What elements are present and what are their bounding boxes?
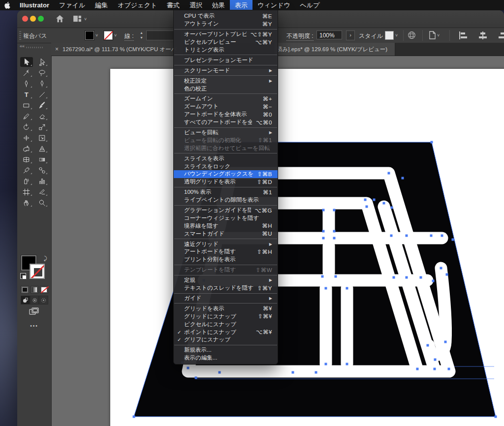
document-setup-icon[interactable]	[429, 31, 436, 39]
rotate-tool-icon[interactable]	[20, 122, 33, 132]
menu-item-8[interactable]: 校正設定▶	[174, 77, 278, 85]
menu-item-2[interactable]: アウトライン⌘Y	[174, 20, 278, 28]
menubar-item-edit[interactable]: 編集	[90, 0, 113, 10]
menubar-item-window[interactable]: ウィンドウ	[252, 0, 295, 10]
perspective-grid-tool-icon[interactable]	[35, 144, 48, 153]
scale-tool-icon[interactable]	[35, 122, 48, 132]
menu-item-5[interactable]: トリミング表示	[174, 46, 278, 54]
align-right-icon[interactable]	[498, 31, 504, 39]
swap-fill-stroke-icon[interactable]: ⤸	[44, 255, 47, 262]
menu-item-6[interactable]: プレゼンテーションモード	[174, 56, 278, 64]
collapse-panel-icon[interactable]: ««	[20, 44, 25, 49]
menu-item-35[interactable]: グリッドにスナップ⇧⌘¥	[174, 312, 278, 320]
direct-selection-tool-icon[interactable]	[35, 57, 48, 67]
gradient-tool-icon[interactable]	[35, 154, 48, 164]
zoom-tool-icon[interactable]	[35, 198, 48, 208]
column-graph-tool-icon[interactable]	[35, 176, 48, 186]
default-fill-stroke-icon[interactable]	[20, 273, 26, 279]
menu-item-17[interactable]: スライスを表示	[174, 154, 278, 162]
menu-item-24[interactable]: コーナーウィジェットを隠す	[174, 214, 278, 222]
free-transform-tool-icon[interactable]	[35, 133, 48, 143]
artboard-tool-icon[interactable]	[20, 187, 33, 197]
chevron-down-icon[interactable]: ˅	[114, 33, 117, 38]
menu-item-4[interactable]: ピクセルプレビュー⌥⌘Y	[174, 38, 278, 46]
color-button[interactable]	[21, 286, 29, 294]
menubar-item-select[interactable]: 選択	[185, 0, 207, 10]
rectangle-tool-icon[interactable]	[20, 100, 33, 110]
menu-item-18[interactable]: スライスをロック	[174, 162, 278, 170]
menu-item-33[interactable]: ガイド▶	[174, 295, 278, 303]
draw-normal-button[interactable]	[21, 296, 30, 304]
menu-item-20[interactable]: 透明グリッドを表示⇧⌘D	[174, 178, 278, 186]
menu-item-19[interactable]: バウンディングボックスを表示⇧⌘B	[174, 170, 278, 178]
none-button[interactable]	[40, 286, 48, 294]
menu-item-13[interactable]: すべてのアートボードを全体表示⌥⌘0	[174, 119, 278, 126]
close-window-button[interactable]	[22, 16, 28, 22]
blend-tool-icon[interactable]	[35, 165, 48, 175]
menubar-item-view[interactable]: 表示	[230, 0, 252, 10]
menu-item-21[interactable]: 100% 表示⌘1	[174, 188, 278, 196]
line-segment-tool-icon[interactable]	[35, 90, 48, 99]
chevron-down-icon[interactable]: ˅	[437, 33, 440, 38]
chevron-down-icon[interactable]: ˅	[95, 33, 98, 38]
align-center-icon[interactable]	[478, 31, 488, 39]
publish-online-icon[interactable]	[408, 31, 416, 39]
pen-tool-icon[interactable]	[20, 79, 33, 89]
close-tab-icon[interactable]: ×	[55, 46, 59, 53]
menu-item-23[interactable]: グラデーションガイドを隠す⌥⌘G	[174, 207, 278, 214]
menu-item-7[interactable]: スクリーンモード▶	[174, 66, 278, 74]
stroke-weight-stepper[interactable]: ▲▼	[140, 31, 144, 40]
menubar-item-effect[interactable]: 効果	[207, 0, 230, 10]
menu-item-34[interactable]: グリッドを表示⌘¥	[174, 304, 278, 312]
document-tab-inactive[interactable]: 済み].eps* @ 129.69 % (CMYK/プレビュー)	[275, 43, 395, 56]
stroke-proxy-swatch[interactable]	[30, 264, 45, 279]
menu-item-32[interactable]: テキストのスレッドを隠す⇧⌘Y	[174, 284, 278, 292]
draw-behind-button[interactable]	[30, 296, 39, 304]
menubar-item-object[interactable]: オブジェクト	[113, 0, 162, 10]
edit-toolbar-icon[interactable]: •••	[17, 323, 51, 329]
paintbrush-tool-icon[interactable]	[35, 100, 48, 110]
arrange-documents-icon[interactable]	[73, 15, 82, 22]
lasso-tool-icon[interactable]	[35, 68, 48, 78]
eyedropper-tool-icon[interactable]	[20, 165, 33, 175]
curvature-tool-icon[interactable]	[35, 79, 48, 89]
home-icon[interactable]	[56, 15, 64, 23]
stroke-weight-label[interactable]: 線 :	[125, 32, 134, 41]
menu-item-40[interactable]: 表示の編集...	[174, 354, 278, 362]
menubar-item-type[interactable]: 書式	[162, 0, 185, 10]
symbol-sprayer-tool-icon[interactable]	[20, 176, 33, 186]
fill-color-swatch[interactable]	[85, 30, 94, 40]
menu-item-12[interactable]: アートボードを全体表示⌘0	[174, 111, 278, 119]
opacity-expand-button[interactable]: ›	[346, 30, 355, 40]
menu-item-22[interactable]: ライブペイントの隙間を表示	[174, 196, 278, 204]
opacity-input[interactable]: 100%	[316, 30, 342, 39]
gradient-button[interactable]	[31, 286, 39, 294]
stroke-color-swatch[interactable]	[103, 30, 113, 40]
menu-item-29[interactable]: プリント分割を表示	[174, 256, 278, 264]
zoom-window-button[interactable]	[38, 16, 44, 22]
menu-item-10[interactable]: ズームイン⌘+	[174, 95, 278, 103]
style-swatch[interactable]	[385, 31, 394, 40]
menu-item-25[interactable]: 境界線を隠す⌘H	[174, 222, 278, 230]
menu-item-31[interactable]: 定規▶	[174, 276, 278, 284]
menu-item-11[interactable]: ズームアウト⌘−	[174, 103, 278, 111]
panel-grip-icon[interactable]	[19, 31, 21, 40]
menu-item-39[interactable]: 新規表示...	[174, 346, 278, 354]
shape-builder-tool-icon[interactable]	[20, 144, 33, 153]
apple-menu-icon[interactable]	[0, 1, 15, 9]
menu-item-14[interactable]: ビューを回転▶	[174, 129, 278, 137]
align-left-icon[interactable]	[458, 31, 468, 39]
type-tool-icon[interactable]: T	[20, 90, 33, 99]
panel-grip-icon[interactable]	[26, 47, 43, 48]
menu-item-37[interactable]: ✓ポイントにスナップ⌥⌘¥	[174, 328, 278, 336]
magic-wand-tool-icon[interactable]	[20, 68, 33, 78]
menu-item-36[interactable]: ピクセルにスナップ	[174, 320, 278, 328]
menu-item-28[interactable]: アートボードを隠す⇧⌘H	[174, 248, 278, 256]
menu-item-26[interactable]: スマートガイド⌘U	[174, 230, 278, 238]
menu-item-9[interactable]: 色の校正	[174, 85, 278, 92]
menu-item-38[interactable]: ✓グリフにスナップ	[174, 336, 278, 344]
opacity-label[interactable]: 不透明度 :	[286, 32, 314, 41]
menubar-app-name[interactable]: Illustrator	[15, 0, 54, 10]
change-screen-mode-icon[interactable]	[29, 307, 39, 315]
menu-item-27[interactable]: 遠近グリッド▶	[174, 240, 278, 248]
